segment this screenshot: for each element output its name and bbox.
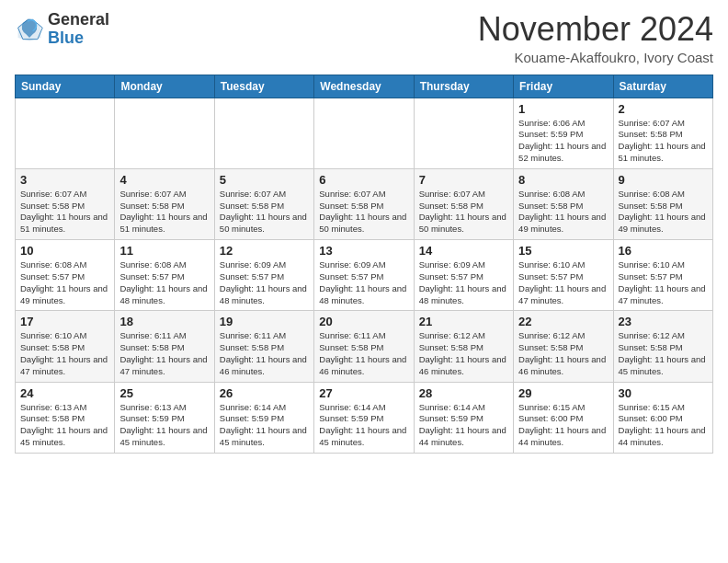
day-number: 28 [419,386,508,400]
day-info: Sunrise: 6:10 AM Sunset: 5:58 PM Dayligh… [20,330,109,377]
day-cell [16,98,115,168]
title-block: November 2024 Kouame-Akaffoukro, Ivory C… [478,11,713,65]
col-wednesday: Wednesday [314,75,414,98]
day-number: 19 [220,315,309,328]
col-monday: Monday [115,75,214,98]
day-info: Sunrise: 6:08 AM Sunset: 5:58 PM Dayligh… [518,189,608,236]
day-cell: 28Sunrise: 6:14 AM Sunset: 5:59 PM Dayli… [414,382,513,453]
page: General Blue November 2024 Kouame-Akaffo… [0,0,728,563]
day-number: 9 [619,173,708,187]
day-info: Sunrise: 6:09 AM Sunset: 5:57 PM Dayligh… [319,259,408,306]
day-info: Sunrise: 6:11 AM Sunset: 5:58 PM Dayligh… [119,330,209,377]
day-info: Sunrise: 6:14 AM Sunset: 5:59 PM Dayligh… [319,402,408,449]
day-number: 12 [220,244,309,258]
day-cell: 4Sunrise: 6:07 AM Sunset: 5:58 PM Daylig… [115,168,214,239]
day-cell: 16Sunrise: 6:10 AM Sunset: 5:57 PM Dayli… [613,240,712,311]
day-info: Sunrise: 6:10 AM Sunset: 5:57 PM Dayligh… [518,259,608,306]
week-row-3: 10Sunrise: 6:08 AM Sunset: 5:57 PM Dayli… [16,240,713,311]
day-cell: 3Sunrise: 6:07 AM Sunset: 5:58 PM Daylig… [16,168,115,239]
day-cell [214,98,313,168]
day-cell: 6Sunrise: 6:07 AM Sunset: 5:58 PM Daylig… [314,168,414,239]
day-number: 16 [619,244,708,258]
week-row-5: 24Sunrise: 6:13 AM Sunset: 5:58 PM Dayli… [16,382,713,453]
day-info: Sunrise: 6:09 AM Sunset: 5:57 PM Dayligh… [419,259,508,306]
logo-general: General [48,11,109,29]
day-cell: 19Sunrise: 6:11 AM Sunset: 5:58 PM Dayli… [214,311,313,382]
day-number: 8 [518,173,608,187]
day-cell: 1Sunrise: 6:06 AM Sunset: 5:59 PM Daylig… [514,98,613,168]
day-cell: 7Sunrise: 6:07 AM Sunset: 5:58 PM Daylig… [414,168,513,239]
day-cell: 8Sunrise: 6:08 AM Sunset: 5:58 PM Daylig… [514,168,613,239]
day-cell [314,98,414,168]
day-number: 18 [119,315,209,328]
logo-blue: Blue [48,29,109,48]
day-number: 17 [20,315,109,328]
day-info: Sunrise: 6:08 AM Sunset: 5:57 PM Dayligh… [20,259,109,306]
calendar-table: Sunday Monday Tuesday Wednesday Thursday… [15,75,713,454]
day-info: Sunrise: 6:10 AM Sunset: 5:57 PM Dayligh… [619,259,708,306]
day-number: 22 [518,315,608,328]
day-cell: 2Sunrise: 6:07 AM Sunset: 5:58 PM Daylig… [613,98,712,168]
day-number: 25 [119,386,209,400]
day-number: 30 [619,386,708,400]
day-number: 10 [20,244,109,258]
day-number: 27 [319,386,408,400]
day-cell: 24Sunrise: 6:13 AM Sunset: 5:58 PM Dayli… [16,382,115,453]
calendar-header: Sunday Monday Tuesday Wednesday Thursday… [16,75,713,98]
day-cell: 27Sunrise: 6:14 AM Sunset: 5:59 PM Dayli… [314,382,414,453]
day-info: Sunrise: 6:11 AM Sunset: 5:58 PM Dayligh… [319,330,408,377]
day-info: Sunrise: 6:07 AM Sunset: 5:58 PM Dayligh… [619,118,708,165]
day-number: 13 [319,244,408,258]
logo: General Blue [15,11,109,48]
day-number: 2 [619,102,708,116]
day-cell: 12Sunrise: 6:09 AM Sunset: 5:57 PM Dayli… [214,240,313,311]
day-cell: 26Sunrise: 6:14 AM Sunset: 5:59 PM Dayli… [214,382,313,453]
day-info: Sunrise: 6:07 AM Sunset: 5:58 PM Dayligh… [119,189,209,236]
day-info: Sunrise: 6:11 AM Sunset: 5:58 PM Dayligh… [220,330,309,377]
day-cell: 14Sunrise: 6:09 AM Sunset: 5:57 PM Dayli… [414,240,513,311]
day-cell: 15Sunrise: 6:10 AM Sunset: 5:57 PM Dayli… [514,240,613,311]
day-info: Sunrise: 6:07 AM Sunset: 5:58 PM Dayligh… [20,189,109,236]
calendar-title: November 2024 [478,11,713,48]
day-info: Sunrise: 6:12 AM Sunset: 5:58 PM Dayligh… [419,330,508,377]
col-saturday: Saturday [613,75,712,98]
day-number: 4 [119,173,209,187]
day-number: 15 [518,244,608,258]
calendar-body: 1Sunrise: 6:06 AM Sunset: 5:59 PM Daylig… [16,98,713,453]
col-friday: Friday [514,75,613,98]
day-cell: 29Sunrise: 6:15 AM Sunset: 6:00 PM Dayli… [514,382,613,453]
day-cell: 20Sunrise: 6:11 AM Sunset: 5:58 PM Dayli… [314,311,414,382]
day-info: Sunrise: 6:14 AM Sunset: 5:59 PM Dayligh… [419,402,508,449]
week-row-1: 1Sunrise: 6:06 AM Sunset: 5:59 PM Daylig… [16,98,713,168]
day-cell: 25Sunrise: 6:13 AM Sunset: 5:59 PM Dayli… [115,382,214,453]
day-info: Sunrise: 6:12 AM Sunset: 5:58 PM Dayligh… [518,330,608,377]
day-cell: 13Sunrise: 6:09 AM Sunset: 5:57 PM Dayli… [314,240,414,311]
calendar-subtitle: Kouame-Akaffoukro, Ivory Coast [478,50,713,65]
day-number: 29 [518,386,608,400]
header: General Blue November 2024 Kouame-Akaffo… [15,11,713,65]
day-info: Sunrise: 6:06 AM Sunset: 5:59 PM Dayligh… [518,118,608,165]
day-cell: 23Sunrise: 6:12 AM Sunset: 5:58 PM Dayli… [613,311,712,382]
day-number: 21 [419,315,508,328]
logo-text: General Blue [48,11,109,48]
day-info: Sunrise: 6:07 AM Sunset: 5:58 PM Dayligh… [419,189,508,236]
day-info: Sunrise: 6:15 AM Sunset: 6:00 PM Dayligh… [518,402,608,449]
day-number: 6 [319,173,408,187]
week-row-2: 3Sunrise: 6:07 AM Sunset: 5:58 PM Daylig… [16,168,713,239]
day-cell: 9Sunrise: 6:08 AM Sunset: 5:58 PM Daylig… [613,168,712,239]
day-info: Sunrise: 6:07 AM Sunset: 5:58 PM Dayligh… [220,189,309,236]
day-cell: 21Sunrise: 6:12 AM Sunset: 5:58 PM Dayli… [414,311,513,382]
day-info: Sunrise: 6:15 AM Sunset: 6:00 PM Dayligh… [619,402,708,449]
day-cell [115,98,214,168]
col-thursday: Thursday [414,75,513,98]
col-tuesday: Tuesday [214,75,313,98]
day-number: 26 [220,386,309,400]
day-number: 7 [419,173,508,187]
day-info: Sunrise: 6:09 AM Sunset: 5:57 PM Dayligh… [220,259,309,306]
week-row-4: 17Sunrise: 6:10 AM Sunset: 5:58 PM Dayli… [16,311,713,382]
day-number: 3 [20,173,109,187]
day-number: 24 [20,386,109,400]
day-number: 11 [119,244,209,258]
day-cell: 5Sunrise: 6:07 AM Sunset: 5:58 PM Daylig… [214,168,313,239]
col-sunday: Sunday [16,75,115,98]
